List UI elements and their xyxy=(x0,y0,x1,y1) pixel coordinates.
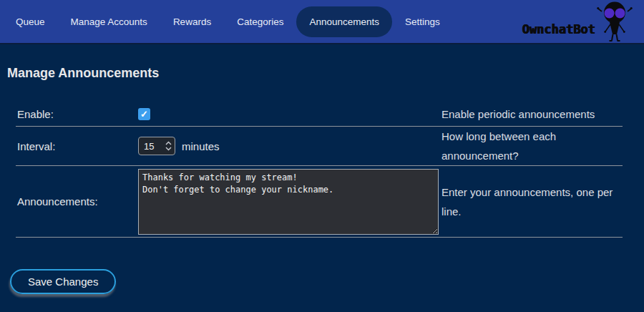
nav-item-queue[interactable]: Queue xyxy=(3,6,58,37)
ownchatbot-logo: OwnchatBot xyxy=(522,0,633,43)
checkmark-icon: ✓ xyxy=(140,109,148,120)
announcements-form: Enable: ✓ Enable periodic announcements … xyxy=(16,102,623,238)
top-navbar: Queue Manage Accounts Rewards Categories… xyxy=(0,0,644,44)
nav-item-categories[interactable]: Categories xyxy=(224,6,296,37)
form-row-interval: Interval: 15 minutes How long between ea… xyxy=(16,127,623,166)
announcements-control: Thanks for watching my stream! Don't for… xyxy=(138,169,441,235)
stepper-arrows-icon[interactable] xyxy=(165,141,175,151)
interval-label: Interval: xyxy=(16,140,138,152)
logo-text: OwnchatBot xyxy=(522,22,595,36)
enable-label: Enable: xyxy=(16,108,138,120)
announcements-textarea[interactable]: Thanks for watching my stream! Don't for… xyxy=(138,169,439,235)
enable-control: ✓ xyxy=(138,108,441,120)
interval-value[interactable]: 15 xyxy=(139,141,165,152)
enable-help-text: Enable periodic announcements xyxy=(441,104,623,124)
nav-item-settings[interactable]: Settings xyxy=(392,6,453,37)
interval-help-text: How long between each announcement? xyxy=(441,127,623,165)
announcements-label: Announcements: xyxy=(16,195,138,208)
announcements-help-text: Enter your announcements, one per line. xyxy=(441,182,623,221)
interval-number-input[interactable]: 15 xyxy=(138,137,175,155)
interval-control: 15 minutes xyxy=(138,137,441,155)
enable-checkbox[interactable]: ✓ xyxy=(138,108,150,120)
form-row-enable: Enable: ✓ Enable periodic announcements xyxy=(16,102,623,127)
page-title: Manage Announcements xyxy=(7,66,644,81)
interval-unit-label: minutes xyxy=(182,140,220,152)
robot-mascot-icon xyxy=(597,1,633,42)
nav-item-rewards[interactable]: Rewards xyxy=(160,6,224,37)
save-changes-button[interactable]: Save Changes xyxy=(10,269,116,294)
nav-item-manage-accounts[interactable]: Manage Accounts xyxy=(58,6,160,37)
form-row-announcements: Announcements: Thanks for watching my st… xyxy=(16,166,623,238)
nav-item-announcements[interactable]: Announcements xyxy=(296,6,392,37)
